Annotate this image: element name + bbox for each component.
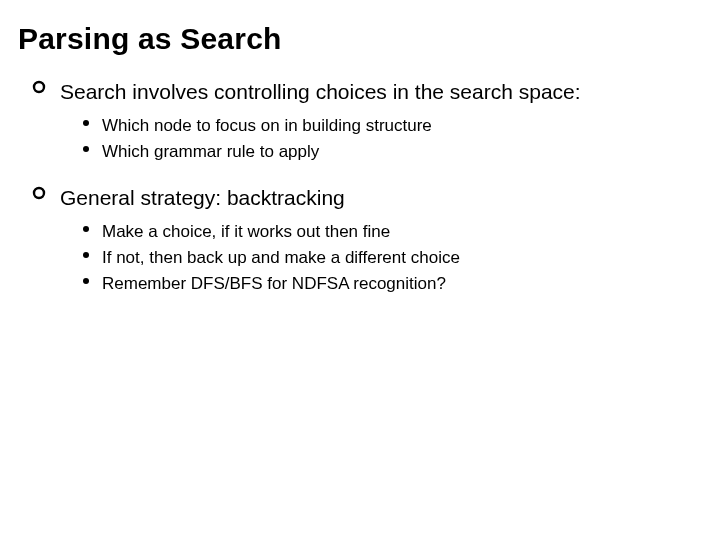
svg-point-4	[83, 226, 89, 232]
sub-list-item: Make a choice, if it works out then fine	[82, 220, 702, 244]
disc-icon	[82, 145, 90, 153]
sub-list-item: If not, then back up and make a differen…	[82, 246, 702, 270]
sub-list-item: Which grammar rule to apply	[82, 140, 702, 164]
slide: Parsing as Search Search involves contro…	[0, 0, 720, 540]
svg-point-2	[83, 146, 89, 152]
sub-list: Make a choice, if it works out then fine…	[82, 220, 702, 295]
sub-list: Which node to focus on in building struc…	[82, 114, 702, 164]
svg-point-1	[83, 120, 89, 126]
sub-list-item-text: Which grammar rule to apply	[102, 140, 319, 164]
list-item-text: Search involves controlling choices in t…	[60, 78, 581, 106]
list-item-text: General strategy: backtracking	[60, 184, 345, 212]
hollow-circle-icon	[32, 186, 46, 200]
svg-point-3	[34, 188, 44, 198]
disc-icon	[82, 251, 90, 259]
sub-list-item: Which node to focus on in building struc…	[82, 114, 702, 138]
list-item: General strategy: backtracking	[32, 184, 702, 212]
svg-point-5	[83, 252, 89, 258]
slide-title: Parsing as Search	[18, 22, 702, 56]
disc-icon	[82, 225, 90, 233]
sub-list-item-text: Remember DFS/BFS for NDFSA recognition?	[102, 272, 446, 296]
sub-list-item-text: If not, then back up and make a differen…	[102, 246, 460, 270]
disc-icon	[82, 119, 90, 127]
list-item: Search involves controlling choices in t…	[32, 78, 702, 106]
svg-point-6	[83, 278, 89, 284]
sub-list-item-text: Which node to focus on in building struc…	[102, 114, 432, 138]
sub-list-item: Remember DFS/BFS for NDFSA recognition?	[82, 272, 702, 296]
svg-point-0	[34, 82, 44, 92]
disc-icon	[82, 277, 90, 285]
hollow-circle-icon	[32, 80, 46, 94]
sub-list-item-text: Make a choice, if it works out then fine	[102, 220, 390, 244]
